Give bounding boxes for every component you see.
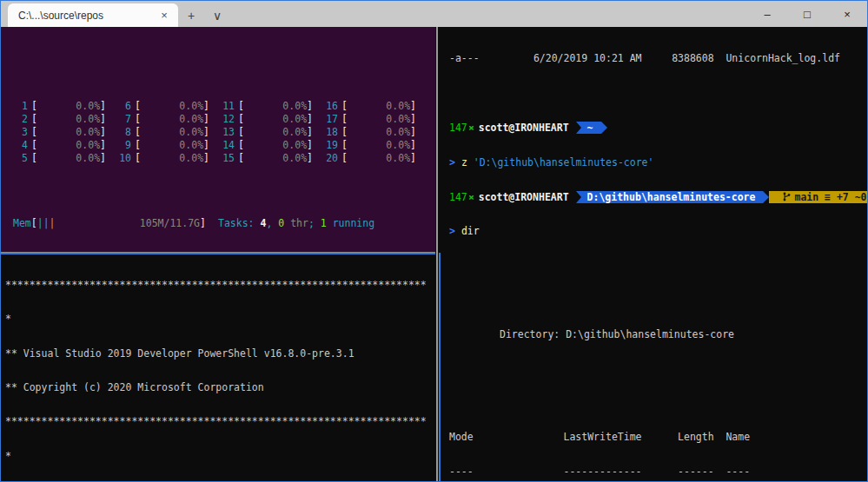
cpu-meter: 13[0.0%]	[220, 126, 313, 139]
cpu-meter: 20[0.0%]	[323, 152, 416, 165]
banner-copyright: ** Copyright (c) 2020 Microsoft Corporat…	[5, 382, 435, 393]
titlebar: C:\...\source\repos × + ∨ – □ ×	[1, 1, 867, 27]
terminal-window: C:\...\source\repos × + ∨ – □ × 1[0.0%] …	[0, 0, 868, 482]
cpu-meter: 6[0.0%]	[116, 100, 209, 113]
window-controls: – □ ×	[747, 1, 867, 27]
memory-meters: Mem[|||105M/11.7G] Swp[0K/3.00G]	[13, 191, 206, 253]
prompt-line-home: 147+scott@IRONHEART~	[449, 122, 867, 134]
directory-label: Directory: D:\github\hanselminutes-core	[449, 329, 867, 340]
cpu-meter: 11[0.0%]	[220, 100, 313, 113]
cpu-meter: 17[0.0%]	[323, 113, 416, 126]
titlebar-drag-region[interactable]	[230, 1, 747, 27]
cpu-meter: 7[0.0%]	[116, 113, 209, 126]
minimize-button[interactable]: –	[747, 1, 787, 27]
tab-title: C:\...\source\repos	[18, 10, 156, 22]
htop-pane[interactable]: 1[0.0%] 2[0.0%] 3[0.0%] 4[0.0%] 5[0.0%] …	[1, 27, 435, 253]
command-line-z: > z 'D:\github\hanselminutes-core'	[449, 157, 867, 168]
cpu-meter: 12[0.0%]	[220, 113, 313, 126]
cpu-meter: 3[0.0%]	[13, 126, 106, 139]
banner-title: ** Visual Studio 2019 Developer PowerShe…	[5, 348, 435, 360]
banner-star: *	[5, 451, 435, 462]
cpu-meter: 8[0.0%]	[116, 126, 209, 139]
cpu-meter: 16[0.0%]	[323, 100, 416, 113]
cpu-meter: 14[0.0%]	[220, 139, 313, 152]
tab-dropdown-button[interactable]: ∨	[204, 3, 230, 27]
pane-container: 1[0.0%] 2[0.0%] 3[0.0%] 4[0.0%] 5[0.0%] …	[1, 27, 867, 481]
git-branch-icon	[783, 192, 791, 204]
tab-close-icon[interactable]: ×	[156, 9, 173, 22]
cpu-meter: 4[0.0%]	[13, 139, 106, 152]
cpu-meter: 5[0.0%]	[13, 152, 106, 165]
cpu-meter: 19[0.0%]	[323, 139, 416, 152]
cpu-meters: 1[0.0%] 2[0.0%] 3[0.0%] 4[0.0%] 5[0.0%] …	[13, 100, 416, 165]
file-row: -a---6/20/201910:21 AM8388608UnicornHack…	[449, 53, 867, 64]
cpu-meter: 18[0.0%]	[323, 126, 416, 139]
session-count: 147	[449, 122, 467, 134]
left-column: 1[0.0%] 2[0.0%] 3[0.0%] 4[0.0%] 5[0.0%] …	[1, 27, 435, 481]
banner-stars: ****************************************…	[5, 416, 435, 427]
cpu-meter: 9[0.0%]	[116, 139, 209, 152]
maximize-button[interactable]: □	[787, 1, 827, 27]
prompt-line-repo: 147+scott@IRONHEARTD:\github\hanselminut…	[449, 191, 867, 203]
cpu-meter: 2[0.0%]	[13, 113, 106, 126]
powerline-git-segment: main ≡ +7 ~0 -0 !	[769, 191, 867, 203]
banner-star: *	[5, 314, 435, 325]
session-count: 147	[449, 191, 467, 203]
tasks-line: Tasks: 4, 0 thr; 1 running	[218, 217, 416, 230]
right-terminal-pane[interactable]: -a---6/20/201910:21 AM8388608UnicornHack…	[442, 27, 867, 481]
command-line-dir: > dir	[449, 226, 867, 237]
banner-stars: ****************************************…	[5, 280, 435, 291]
cpu-meter: 1[0.0%]	[13, 100, 106, 113]
pane-divider[interactable]	[435, 27, 442, 481]
close-button[interactable]: ×	[827, 1, 867, 27]
powerline-path-segment: ~	[576, 122, 601, 134]
powershell-pane[interactable]: ****************************************…	[1, 253, 435, 481]
powerline-path-segment: D:\github\hanselminutes-core	[576, 191, 764, 203]
tab[interactable]: C:\...\source\repos ×	[8, 3, 178, 27]
listing-header-dashes: ---------------------------	[449, 466, 867, 478]
new-tab-button[interactable]: +	[178, 3, 204, 27]
listing-header: ModeLastWriteTimeLengthName	[449, 432, 867, 443]
system-stats: Tasks: 4, 0 thr; 1 running Load average:…	[218, 191, 416, 253]
cpu-meter: 15[0.0%]	[220, 152, 313, 165]
cpu-meter: 10[0.0%]	[116, 152, 209, 165]
